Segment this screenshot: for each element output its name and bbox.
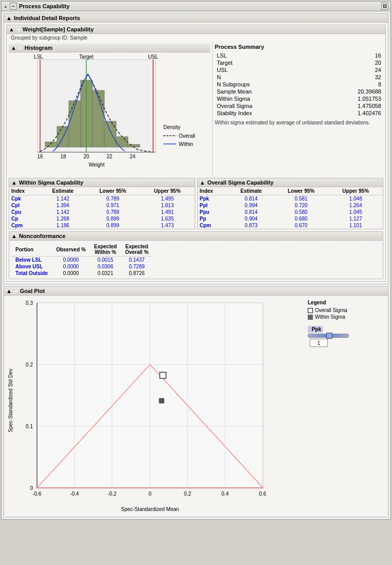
process-summary-title: Process Summary <box>215 44 383 50</box>
svg-text:18: 18 <box>60 154 66 159</box>
process-capability-panel: ▲ − Process Capability ⊡ ▲ Individual De… <box>1 1 391 520</box>
svg-text:0.1: 0.1 <box>26 424 33 429</box>
nonconf-portion-above: Above USL <box>11 263 52 270</box>
overall-col-lower: Lower 95% <box>274 187 329 195</box>
overall-row-ppk: Ppk 0.814 0.581 1.048 <box>198 195 383 203</box>
within-idx-cp: Cp <box>9 215 40 222</box>
within-sigma-label: Within Sigma Capability <box>19 179 83 186</box>
nonconformance-header: ▲ Nonconformance <box>9 232 383 241</box>
svg-text:-0.4: -0.4 <box>70 491 79 497</box>
process-summary-table: LSL 16 Target 20 USL 24 N <box>215 52 383 117</box>
svg-text:16: 16 <box>37 154 43 159</box>
overall-row-pp: Pp 0.904 0.680 1.127 <box>198 215 383 222</box>
overall-lower-ppk: 0.581 <box>274 195 329 203</box>
overall-col-upper: Upper 95% <box>328 187 383 195</box>
idr-triangle[interactable]: ▲ <box>6 15 12 21</box>
within-upper-cpm: 1.473 <box>140 222 195 229</box>
hist-triangle[interactable]: ▲ <box>11 45 16 51</box>
summary-label-overallsigma: Overall Sigma <box>215 102 314 110</box>
svg-text:Within: Within <box>179 141 193 147</box>
overall-idx-pp: Pp <box>198 215 229 222</box>
within-sigma-legend-icon <box>308 315 313 320</box>
nonconf-obs-above: 0.0000 <box>52 263 90 270</box>
nonconf-overall-below: 0.1437 <box>121 257 153 264</box>
summary-label-nsubgroups: N Subgroups <box>215 81 314 88</box>
overall-row-ppu: Ppu 0.814 0.580 1.045 <box>198 209 383 215</box>
ppk-slider-thumb[interactable] <box>326 333 332 339</box>
nonconf-triangle[interactable]: ▲ <box>11 233 17 239</box>
summary-value-overallsigma: 1.475058 <box>314 102 383 110</box>
histogram-area: ▲ ▼ Histogram <box>7 42 212 176</box>
summary-value-usl: 24 <box>314 66 383 74</box>
summary-value-nsubgroups: 8 <box>314 81 383 88</box>
overall-sigma-table: Index Estimate Lower 95% Upper 95% Ppk 0… <box>198 187 383 229</box>
overall-sigma-header: ▲ Overall Sigma Capability <box>198 178 383 187</box>
nonconf-obs-below: 0.0000 <box>52 257 90 264</box>
restore-button[interactable]: ⊡ <box>381 3 388 10</box>
wc-triangle[interactable]: ▲ <box>9 26 14 32</box>
legend-item-overall: Overall Sigma <box>308 307 382 313</box>
nonconf-portion-total: Total Outside <box>11 270 52 277</box>
process-summary-area: Process Summary LSL 16 Target 20 USL 24 <box>212 42 385 176</box>
within-idx-cpu: Cpu <box>9 209 40 215</box>
nonconf-col-expwithin: ExpectedWithin % <box>90 243 121 257</box>
nonconf-col-observed: Observed % <box>52 243 90 257</box>
within-lower-cp: 0.899 <box>85 215 140 222</box>
legend-title: Legend <box>308 300 382 305</box>
overall-idx-ppl: Ppl <box>198 202 229 209</box>
within-est-cp: 1.268 <box>40 215 85 222</box>
within-idx-cpm: Cpm <box>9 222 40 229</box>
within-lower-cpm: 0.899 <box>85 222 140 229</box>
svg-text:0.2: 0.2 <box>26 362 33 368</box>
goal-plot-inner: Spec-Standardized Std Dev Spec-Standardi… <box>4 296 388 517</box>
ppk-input[interactable] <box>310 339 328 347</box>
overall-lower-pp: 0.680 <box>274 215 329 222</box>
within-upper-cp: 1.635 <box>140 215 195 222</box>
ppk-label: Ppk <box>308 326 323 333</box>
overall-upper-cpm: 1.101 <box>328 222 383 229</box>
individual-detail-reports-label: Individual Detail Reports <box>14 15 80 21</box>
summary-note: Within sigma estimated by average of unb… <box>215 120 383 125</box>
goal-icon-box: ▼ <box>14 288 18 294</box>
process-capability-header: ▲ − Process Capability ⊡ <box>2 2 390 11</box>
svg-text:0.4: 0.4 <box>221 491 229 497</box>
svg-text:-0.6: -0.6 <box>32 491 42 497</box>
overall-est-pp: 0.904 <box>229 215 274 222</box>
histogram-chart: LSL Target USL <box>9 54 210 174</box>
within-upper-cpl: 1.813 <box>140 202 195 209</box>
summary-row-lsl: LSL 16 <box>215 52 383 59</box>
summary-label-withinsigma: Within Sigma <box>215 95 314 102</box>
ppk-slider[interactable] <box>308 334 349 338</box>
within-sigma-legend-label: Within Sigma <box>315 314 345 320</box>
nonconformance-table: Portion Observed % ExpectedWithin % Expe… <box>11 243 153 277</box>
svg-text:USL: USL <box>148 54 158 60</box>
within-col-estimate: Estimate <box>40 187 85 195</box>
overall-idx-ppu: Ppu <box>198 209 229 215</box>
overall-lower-ppl: 0.720 <box>274 202 329 209</box>
overall-idx-cpm: Cpm <box>198 222 229 229</box>
goal-plot-legend: Legend Overall Sigma Within Sigma Ppk <box>304 298 386 515</box>
overall-idx-ppk: Ppk <box>198 195 229 203</box>
overall-sigma-legend-label: Overall Sigma <box>315 307 347 313</box>
nonconformance-section: ▲ Nonconformance Portion Observed % Expe… <box>9 231 383 279</box>
histogram-summary-row: ▲ ▼ Histogram <box>7 42 385 176</box>
nonconf-within-above: 0.0306 <box>90 263 121 270</box>
summary-row-target: Target 20 <box>215 59 383 66</box>
goal-triangle[interactable]: ▲ <box>6 288 12 294</box>
svg-text:Target: Target <box>79 54 94 60</box>
summary-row-stability: Stability Index 1.402476 <box>215 110 383 117</box>
collapse-triangle[interactable]: ▲ <box>4 4 8 9</box>
weight-capability-header: ▲ ▼ Weight[Sample] Capability <box>7 25 385 34</box>
collapse-button[interactable]: − <box>10 3 17 10</box>
goal-plot-svg: Spec-Standardized Std Dev Spec-Standardi… <box>6 298 294 514</box>
overall-triangle[interactable]: ▲ <box>200 179 206 186</box>
overall-col-index: Index <box>198 187 229 195</box>
within-lower-cpu: 0.789 <box>85 209 140 215</box>
capability-tables: ▲ Within Sigma Capability Index Estimate… <box>9 178 383 229</box>
overall-row-ppl: Ppl 0.994 0.720 1.264 <box>198 202 383 209</box>
svg-text:Spec-Standardized Std Dev: Spec-Standardized Std Dev <box>8 369 13 432</box>
summary-row-usl: USL 24 <box>215 66 383 74</box>
within-triangle[interactable]: ▲ <box>11 179 17 186</box>
within-row-cp: Cp 1.268 0.899 1.635 <box>9 215 195 222</box>
overall-est-ppl: 0.994 <box>229 202 274 209</box>
